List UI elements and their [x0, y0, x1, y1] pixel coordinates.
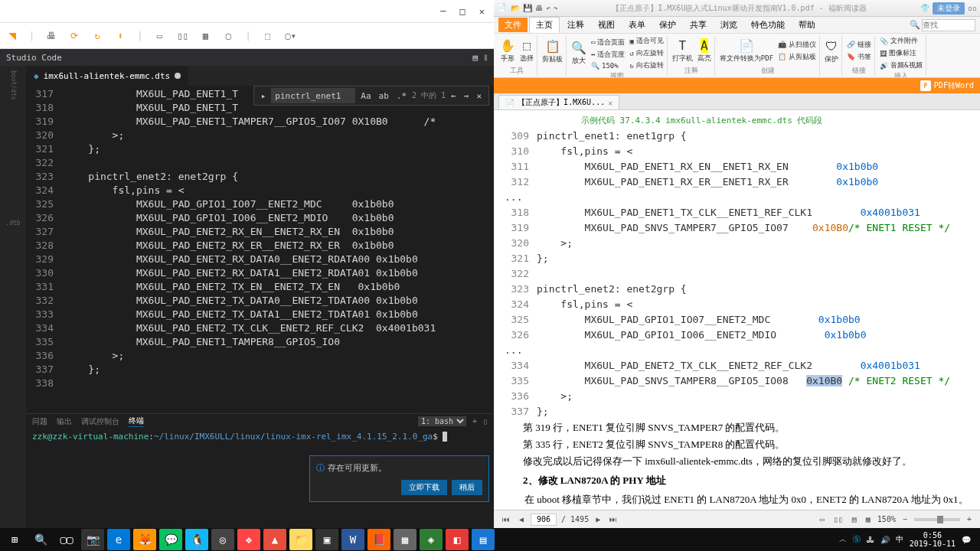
- doc-tab-close-icon[interactable]: ✕: [608, 99, 612, 107]
- layout2-icon[interactable]: ▯▯: [176, 30, 188, 42]
- rotate-right[interactable]: ↻向右旋转: [629, 60, 663, 71]
- menu-home[interactable]: 主页: [529, 17, 560, 33]
- rotate-left[interactable]: ↺向左旋转: [629, 47, 663, 59]
- search-button[interactable]: 🔍: [29, 529, 52, 550]
- panel-tab-terminal[interactable]: 终端: [129, 416, 144, 427]
- app6-icon[interactable]: ❖: [237, 529, 260, 550]
- find-input[interactable]: [271, 88, 355, 103]
- qat-redo-icon[interactable]: ↷: [554, 4, 558, 12]
- code-editor[interactable]: ▸ Aa ab .* 2 中的 1 ← → ✕ 317 318 319 320 …: [26, 86, 494, 413]
- terminal-split-icon[interactable]: ▯: [483, 417, 488, 425]
- search-icon[interactable]: 🔍: [910, 20, 920, 30]
- pdf-page-content[interactable]: 示例代码 37.4.3.4 imx6ull-alientek-emmc.dts …: [494, 110, 980, 510]
- last-page-icon[interactable]: ⏭: [607, 515, 619, 523]
- find-prev-icon[interactable]: ←: [449, 91, 459, 101]
- fit-width[interactable]: ↔适合宽度: [591, 49, 625, 60]
- menu-view[interactable]: 视图: [592, 18, 621, 32]
- layout3-icon[interactable]: ▦: [199, 30, 211, 42]
- first-page-icon[interactable]: ⏮: [500, 515, 512, 523]
- menu-comment[interactable]: 注释: [561, 18, 590, 32]
- audio-video[interactable]: 🔊音频&视频: [880, 60, 922, 71]
- panel-tab-output[interactable]: 输出: [57, 416, 72, 427]
- zoom-in-icon[interactable]: +: [965, 515, 974, 523]
- panel-tab-problems[interactable]: 问题: [32, 416, 47, 427]
- tab-current-file[interactable]: ◆ imx6ull-alientek-emmc.dts: [26, 66, 188, 86]
- zoom-value[interactable]: 🔍150%: [591, 61, 625, 70]
- refresh-icon[interactable]: ↻: [91, 30, 103, 42]
- menu-protect[interactable]: 保护: [653, 18, 682, 32]
- close-button[interactable]: ✕: [479, 6, 485, 17]
- pdf-convert-button[interactable]: PDF转Word: [934, 80, 974, 91]
- minimize-button[interactable]: ─: [440, 6, 446, 17]
- clock[interactable]: 0:56 2019-10-11: [910, 531, 956, 548]
- find-word-icon[interactable]: ab: [377, 91, 391, 101]
- find-chevron-icon[interactable]: ▸: [259, 91, 269, 101]
- download-icon[interactable]: ⬇: [114, 30, 126, 42]
- terminal-shell-select[interactable]: 1: bash: [418, 416, 466, 426]
- app10-icon[interactable]: ▦: [394, 529, 416, 550]
- firefox-icon[interactable]: 🦊: [133, 529, 156, 550]
- layout4-icon[interactable]: ▢: [222, 30, 234, 42]
- pdf-reader-icon[interactable]: 📕: [368, 529, 390, 550]
- word-icon[interactable]: W: [341, 529, 364, 550]
- prev-page-icon[interactable]: ◀: [517, 515, 526, 523]
- tray-volume-icon[interactable]: 🔊: [880, 536, 890, 544]
- print-icon[interactable]: 🖶: [45, 30, 57, 42]
- app5-icon[interactable]: ◎: [211, 529, 234, 550]
- menu-extra[interactable]: 特色功能: [745, 18, 791, 32]
- app12-icon[interactable]: ◧: [446, 529, 469, 550]
- start-button[interactable]: ⊞: [3, 529, 26, 550]
- view-mode2-icon[interactable]: ▯▯: [831, 515, 845, 523]
- menu-browse[interactable]: 浏览: [714, 18, 743, 32]
- file-attach[interactable]: 📎文件附件: [880, 35, 922, 47]
- sync-icon[interactable]: ⟳: [68, 30, 80, 42]
- tray-ime-icon[interactable]: 中: [896, 534, 903, 545]
- search-input[interactable]: [922, 19, 975, 31]
- dropdown-icon[interactable]: ▢▾: [285, 30, 297, 42]
- panel-tab-debug[interactable]: 调试控制台: [81, 416, 119, 427]
- qat-print-icon[interactable]: 🖶: [535, 4, 543, 12]
- next-page-icon[interactable]: ▶: [593, 515, 603, 523]
- hdr-icon2[interactable]: ⫴: [484, 53, 488, 63]
- qat-save-icon[interactable]: 💾: [523, 4, 532, 12]
- layout1-icon[interactable]: ▭: [153, 30, 165, 42]
- find-close-icon[interactable]: ✕: [474, 91, 484, 101]
- wechat-icon[interactable]: 💬: [159, 529, 182, 550]
- fit-visible[interactable]: ▣适合可见: [629, 35, 663, 47]
- hdr-icon1[interactable]: ▤: [472, 53, 478, 63]
- protect-tool[interactable]: 🛡保护: [825, 39, 838, 64]
- menu-form[interactable]: 表单: [622, 18, 652, 32]
- app13-icon[interactable]: ▤: [472, 529, 495, 550]
- edge-icon[interactable]: e: [107, 529, 130, 550]
- hand-tool[interactable]: ✋手形: [500, 38, 515, 64]
- explorer-icon[interactable]: 📁: [289, 529, 312, 550]
- qat-open-icon[interactable]: 📂: [511, 4, 520, 12]
- select-tool[interactable]: ⬚选择: [520, 38, 534, 64]
- skin-icon[interactable]: 👕: [920, 4, 929, 12]
- ribbon-min-icon[interactable]: ▫▫: [968, 4, 977, 12]
- doc-tab[interactable]: 📄 【正点原子】I.MX6U... ✕: [498, 95, 619, 109]
- find-regex-icon[interactable]: .*: [394, 91, 409, 101]
- highlight-tool[interactable]: A高亮: [697, 38, 711, 64]
- clipboard-tool[interactable]: 📋剪贴板: [542, 39, 563, 64]
- bookmark-tool[interactable]: 🔖书签: [847, 51, 871, 63]
- terminal-icon[interactable]: ▣: [315, 529, 338, 550]
- link-tool[interactable]: 🔗链接: [847, 39, 871, 51]
- menu-help[interactable]: 帮助: [792, 18, 822, 32]
- terminal-add-icon[interactable]: +: [472, 417, 477, 425]
- find-next-icon[interactable]: →: [462, 91, 472, 101]
- view-mode4-icon[interactable]: ▦: [864, 515, 873, 523]
- later-button[interactable]: 稍后: [452, 480, 482, 495]
- maximize-button[interactable]: □: [460, 6, 466, 17]
- fit-page[interactable]: ▭适合页面: [591, 37, 625, 48]
- code-content[interactable]: MX6UL_PAD_ENET1_T MX6UL_PAD_ENET1_T MX6U…: [64, 86, 494, 413]
- app7-icon[interactable]: ▲: [263, 529, 286, 550]
- typewriter-tool[interactable]: T打字机: [672, 38, 693, 64]
- view-mode1-icon[interactable]: ▭: [818, 515, 827, 523]
- tray-notifications-icon[interactable]: 💬: [962, 536, 971, 544]
- tray-network-icon[interactable]: 🖧: [867, 536, 874, 544]
- menu-file[interactable]: 文件: [498, 18, 528, 32]
- camera-icon[interactable]: 📷: [81, 529, 104, 550]
- zoom-out-icon[interactable]: −: [900, 515, 910, 523]
- from-clipboard[interactable]: 📋从剪贴板: [778, 51, 816, 63]
